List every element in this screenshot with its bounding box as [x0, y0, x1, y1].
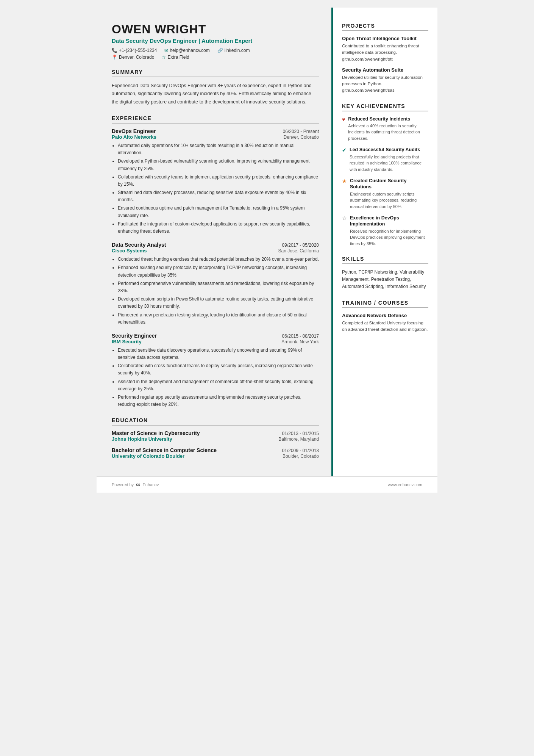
exp-entry-2: Data Security Analyst 09/2017 - 05/2020 …	[112, 242, 319, 326]
header: OWEN WRIGHT Data Security DevOps Enginee…	[112, 23, 319, 60]
contact-extra-text: Extra Field	[167, 55, 189, 60]
edu-dates-2: 01/2009 - 01/2013	[282, 448, 319, 453]
star-outline-icon: ☆	[342, 215, 347, 221]
achievement-4: ☆ Excellence in DevOps Implementation Re…	[342, 215, 428, 247]
achievement-content-4: Excellence in DevOps Implementation Rece…	[350, 215, 428, 247]
exp-location-3: Armonk, New York	[281, 339, 319, 344]
exp-dates-2: 09/2017 - 05/2020	[282, 243, 319, 248]
summary-section: SUMMARY Experienced Data Security DevOps…	[112, 69, 319, 106]
training-course-desc-1: Completed at Stanford University focusin…	[342, 320, 428, 333]
project-desc-2: Developed utilities for security automat…	[342, 74, 428, 94]
bullet: Collaborated with cross-functional teams…	[118, 362, 319, 377]
exp-company-2: Cisco Systems	[112, 248, 147, 254]
achievement-desc-2: Successfully led auditing projects that …	[350, 154, 428, 173]
location-icon: 📍	[112, 55, 117, 60]
training-section: TRAINING / COURSES Advanced Network Defe…	[342, 300, 428, 333]
powered-by-text: Powered by	[112, 482, 134, 487]
edu-dates-1: 01/2013 - 01/2015	[282, 431, 319, 436]
bullet: Ensured continuous uptime and patch mana…	[118, 205, 319, 219]
email-icon: ✉	[164, 48, 168, 53]
footer-brand: Powered by ∞ Enhancv	[112, 481, 159, 488]
exp-entry-1: DevOps Engineer 06/2020 - Present Palo A…	[112, 128, 319, 235]
bullet: Developed a Python-based vulnerability s…	[118, 158, 319, 172]
candidate-name: OWEN WRIGHT	[112, 23, 319, 36]
exp-dates-1: 06/2020 - Present	[283, 129, 319, 134]
edu-row-2: Bachelor of Science in Computer Science …	[112, 447, 319, 453]
contact-extra: ☆ Extra Field	[162, 55, 189, 60]
skills-title: SKILLS	[342, 256, 428, 264]
contact-phone: 📞 +1-(234)-555-1234	[112, 48, 157, 53]
bullet: Collaborated with security teams to impl…	[118, 174, 319, 188]
achievement-title-1: Reduced Security Incidents	[348, 116, 428, 122]
training-course-title-1: Advanced Network Defense	[342, 313, 428, 318]
bullet: Developed custom scripts in PowerShell t…	[118, 296, 319, 310]
resume-page: OWEN WRIGHT Data Security DevOps Enginee…	[97, 8, 437, 493]
exp-company-1: Palo Alto Networks	[112, 134, 156, 140]
bullet: Streamlined data discovery processes, re…	[118, 189, 319, 203]
star-icon: ☆	[162, 55, 166, 60]
exp-row-3: Security Engineer 06/2015 - 08/2017	[112, 333, 319, 339]
contact-list: 📞 +1-(234)-555-1234 ✉ help@enhancv.com 🔗…	[112, 48, 319, 53]
bullet: Pioneered a new penetration testing stra…	[118, 311, 319, 326]
exp-dates-3: 06/2015 - 08/2017	[282, 333, 319, 339]
skills-section: SKILLS Python, TCP/IP Networking, Vulner…	[342, 256, 428, 291]
exp-bullets-3: Executed sensitive data discovery operat…	[112, 347, 319, 409]
edu-degree-1: Master of Science in Cybersecurity	[112, 430, 200, 436]
contact-linkedin: 🔗 linkedin.com	[217, 48, 250, 53]
bullet: Executed sensitive data discovery operat…	[118, 347, 319, 361]
achievements-title: KEY ACHIEVEMENTS	[342, 103, 428, 111]
project-title-2: Security Automation Suite	[342, 67, 428, 73]
summary-text: Experienced Data Security DevOps Enginee…	[112, 82, 319, 106]
contact-linkedin-text: linkedin.com	[225, 48, 250, 53]
contact-list-2: 📍 Denver, Colorado ☆ Extra Field	[112, 55, 319, 60]
footer-website: www.enhancv.com	[388, 482, 422, 487]
project-title-1: Open Threat Intelligence Toolkit	[342, 36, 428, 41]
achievement-title-4: Excellence in DevOps Implementation	[350, 215, 428, 227]
exp-title-3: Security Engineer	[112, 333, 157, 339]
exp-bullets-1: Automated daily operations for 10+ secur…	[112, 142, 319, 235]
bullet: Performed comprehensive vulnerability as…	[118, 280, 319, 294]
star-filled-icon: ★	[342, 178, 347, 184]
contact-location: 📍 Denver, Colorado	[112, 55, 154, 60]
projects-title: PROJECTS	[342, 23, 428, 31]
exp-company-row-1: Palo Alto Networks Denver, Colorado	[112, 134, 319, 140]
heart-icon: ♥	[342, 116, 345, 122]
experience-section: EXPERIENCE DevOps Engineer 06/2020 - Pre…	[112, 115, 319, 408]
bullet: Enhanced existing security protocols by …	[118, 264, 319, 279]
edu-row-1: Master of Science in Cybersecurity 01/20…	[112, 430, 319, 436]
left-column: OWEN WRIGHT Data Security DevOps Enginee…	[97, 8, 331, 476]
bullet: Facilitated the integration of custom-de…	[118, 221, 319, 235]
experience-title: EXPERIENCE	[112, 115, 319, 124]
exp-row-1: DevOps Engineer 06/2020 - Present	[112, 128, 319, 134]
right-column: PROJECTS Open Threat Intelligence Toolki…	[331, 8, 437, 476]
exp-title-1: DevOps Engineer	[112, 128, 156, 134]
project-desc-1: Contributed to a toolkit enhancing threa…	[342, 43, 428, 63]
edu-location-2: Boulder, Colorado	[283, 454, 319, 459]
edu-entry-1: Master of Science in Cybersecurity 01/20…	[112, 430, 319, 442]
training-title: TRAINING / COURSES	[342, 300, 428, 308]
exp-entry-3: Security Engineer 06/2015 - 08/2017 IBM …	[112, 333, 319, 409]
achievement-desc-4: Received recognition for implementing De…	[350, 228, 428, 247]
edu-degree-2: Bachelor of Science in Computer Science	[112, 447, 217, 453]
contact-email: ✉ help@enhancv.com	[164, 48, 209, 53]
edu-entry-2: Bachelor of Science in Computer Science …	[112, 447, 319, 459]
candidate-title: Data Security DevOps Engineer | Automati…	[112, 38, 319, 44]
exp-company-row-3: IBM Security Armonk, New York	[112, 339, 319, 344]
enhancv-logo-icon: ∞	[136, 481, 140, 488]
check-icon: ✔	[342, 147, 347, 153]
achievement-1: ♥ Reduced Security Incidents Achieved a …	[342, 116, 428, 142]
achievement-content-3: Created Custom Security Solutions Engine…	[350, 178, 428, 210]
resume-footer: Powered by ∞ Enhancv www.enhancv.com	[97, 476, 437, 493]
exp-title-2: Data Security Analyst	[112, 242, 166, 248]
achievements-section: KEY ACHIEVEMENTS ♥ Reduced Security Inci…	[342, 103, 428, 247]
education-section: EDUCATION Master of Science in Cybersecu…	[112, 417, 319, 459]
edu-school-1: Johns Hopkins University	[112, 436, 172, 442]
exp-bullets-2: Conducted threat hunting exercises that …	[112, 256, 319, 326]
summary-title: SUMMARY	[112, 69, 319, 77]
exp-row-2: Data Security Analyst 09/2017 - 05/2020	[112, 242, 319, 248]
contact-location-text: Denver, Colorado	[119, 55, 154, 60]
edu-school-row-1: Johns Hopkins University Baltimore, Mary…	[112, 436, 319, 442]
skills-text: Python, TCP/IP Networking, Vulnerability…	[342, 269, 428, 291]
contact-phone-text: +1-(234)-555-1234	[119, 48, 157, 53]
bullet: Assisted in the deployment and managemen…	[118, 378, 319, 393]
